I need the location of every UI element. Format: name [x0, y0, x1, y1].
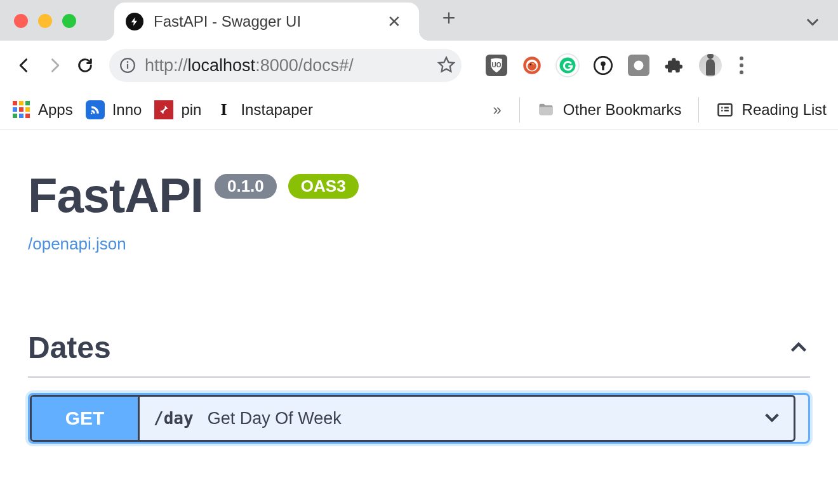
- bookmark-label: Inno: [112, 101, 142, 119]
- tab-overflow-button[interactable]: [804, 13, 821, 33]
- tab-title: FastAPI - Swagger UI: [154, 13, 372, 30]
- bookmarks-overflow-button[interactable]: »: [493, 101, 502, 119]
- toolbar: http://localhost:8000/docs#/ UO: [0, 41, 838, 90]
- forward-button[interactable]: [42, 53, 67, 78]
- svg-point-8: [530, 64, 532, 66]
- reading-list-icon: [715, 100, 735, 119]
- other-bookmarks-button[interactable]: Other Bookmarks: [536, 100, 682, 119]
- http-method-badge: GET: [32, 397, 140, 440]
- api-title: FastAPI: [28, 168, 203, 223]
- apps-label: Apps: [38, 101, 73, 119]
- url-path: :8000/docs#/: [255, 56, 354, 75]
- operation-get-day[interactable]: GET /day Get Day Of Week: [28, 393, 810, 444]
- bolt-icon: [126, 13, 143, 30]
- pin-icon: [154, 100, 173, 119]
- bookmarks-bar: Apps Inno pin I Instapaper » Other Bookm…: [0, 90, 838, 129]
- window-zoom-button[interactable]: [62, 14, 76, 28]
- svg-marker-3: [439, 58, 453, 72]
- ublock-extension-icon[interactable]: UO: [486, 55, 507, 76]
- extensions-puzzle-icon[interactable]: [663, 55, 685, 76]
- reading-list-label: Reading List: [742, 101, 827, 119]
- new-tab-button[interactable]: ＋: [438, 3, 460, 32]
- oas-badge: OAS3: [288, 174, 359, 199]
- svg-point-9: [560, 58, 576, 74]
- svg-rect-14: [539, 107, 552, 115]
- tag-header[interactable]: Dates: [28, 330, 810, 378]
- tag-name: Dates: [28, 330, 111, 365]
- bookmark-instapaper[interactable]: I Instapaper: [214, 100, 312, 119]
- operation-path: /day: [140, 409, 208, 428]
- reload-button[interactable]: [72, 53, 98, 78]
- active-tab[interactable]: FastAPI - Swagger UI ✕: [114, 3, 419, 41]
- url-text: http://localhost:8000/docs#/: [145, 56, 354, 76]
- operation-summary: Get Day Of Week: [208, 409, 342, 428]
- pocket-extension-icon[interactable]: [628, 55, 649, 76]
- onepassword-extension-icon[interactable]: [592, 55, 614, 76]
- address-bar[interactable]: http://localhost:8000/docs#/: [109, 49, 462, 82]
- tab-strip: FastAPI - Swagger UI ✕ ＋: [0, 0, 838, 41]
- svg-point-13: [634, 61, 644, 70]
- folder-icon: [536, 100, 555, 119]
- chevron-up-icon: [787, 336, 810, 359]
- version-badge: 0.1.0: [215, 174, 277, 199]
- bookmark-star-button[interactable]: [437, 55, 455, 76]
- instapaper-icon: I: [214, 100, 233, 119]
- site-info-icon[interactable]: [119, 57, 136, 74]
- swagger-ui: FastAPI 0.1.0 OAS3 /openapi.json Dates G…: [0, 129, 838, 469]
- bookmark-inno[interactable]: Inno: [86, 100, 142, 119]
- url-host: localhost: [188, 56, 256, 75]
- apps-button[interactable]: Apps: [11, 100, 73, 119]
- chrome-menu-button[interactable]: [736, 53, 747, 78]
- tag-section-dates: Dates GET /day Get Day Of Week: [28, 330, 810, 444]
- grammarly-extension-icon[interactable]: [557, 55, 578, 76]
- window-close-button[interactable]: [14, 14, 28, 28]
- bookmark-label: Instapaper: [241, 101, 312, 119]
- window-minimize-button[interactable]: [38, 14, 52, 28]
- svg-point-2: [127, 61, 129, 63]
- reading-list-button[interactable]: Reading List: [715, 100, 827, 119]
- apps-grid-icon: [11, 100, 30, 119]
- url-scheme: http://: [145, 56, 188, 75]
- operation-inner: GET /day Get Day Of Week: [30, 395, 795, 442]
- other-bookmarks-label: Other Bookmarks: [563, 101, 682, 119]
- rss-icon: [86, 100, 105, 119]
- svg-text:UO: UO: [492, 62, 502, 69]
- openapi-spec-link[interactable]: /openapi.json: [28, 234, 810, 254]
- close-tab-button[interactable]: ✕: [382, 10, 406, 34]
- browser-chrome: FastAPI - Swagger UI ✕ ＋ http://localhos…: [0, 0, 838, 129]
- duckduckgo-extension-icon[interactable]: [521, 55, 543, 76]
- separator: [519, 97, 520, 123]
- window-controls: [14, 14, 76, 28]
- extensions-row: UO: [486, 53, 747, 78]
- svg-rect-12: [602, 65, 604, 70]
- bookmark-pin[interactable]: pin: [154, 100, 201, 119]
- back-button[interactable]: [11, 53, 37, 78]
- profile-avatar[interactable]: [699, 54, 722, 77]
- swagger-header: FastAPI 0.1.0 OAS3: [28, 168, 810, 223]
- bookmark-label: pin: [181, 101, 201, 119]
- separator: [698, 97, 699, 123]
- chevron-down-icon: [762, 407, 794, 430]
